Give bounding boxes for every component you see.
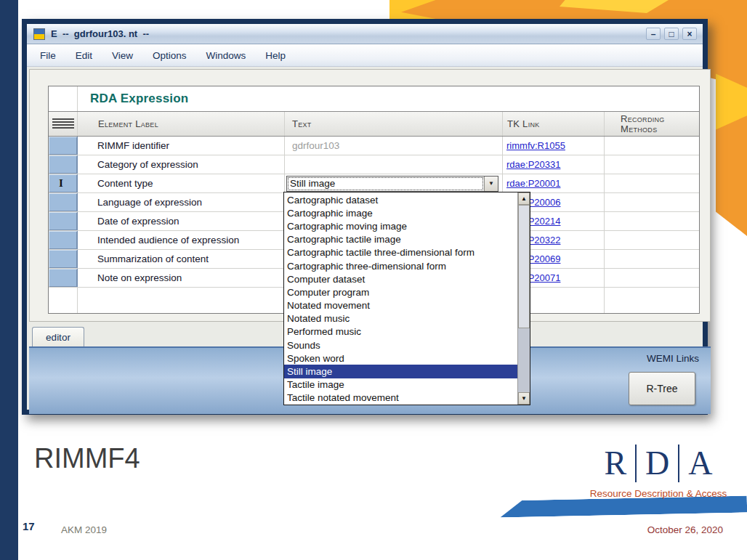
dropdown-item[interactable]: Cartographic moving image [284,219,517,232]
recording-methods-cell [605,250,699,268]
slide-title: RIMMF4 [34,443,140,474]
footer-left: AKM 2019 [61,524,107,535]
dropdown-scrollbar[interactable]: ▲ ▼ [517,192,530,405]
table-row: Category of expression rdae:P20331 [49,155,699,174]
arrow-up-icon: ▲ [521,195,527,202]
dropdown-item[interactable]: Notated music [284,312,517,325]
window-titlebar[interactable]: E -- gdrfour103. nt -- – □ × [27,24,703,44]
column-header-recording-methods: Recording Methods [605,112,699,136]
rda-logo: R D A Resource Description & Access [581,445,735,499]
combobox-dropdown-button[interactable]: ▼ [484,176,498,191]
row-selector[interactable] [49,212,78,230]
presentation-slide: E -- gdrfour103. nt -- – □ × File Edit V… [0,0,747,560]
text-value[interactable]: gdrfour103 [285,137,503,155]
minimize-button[interactable]: – [646,28,661,40]
window-title: E -- gdrfour103. nt -- [51,24,149,44]
logo-letter-d: D [645,447,669,480]
element-label: Category of expression [78,155,285,174]
arrow-down-icon: ▼ [521,395,527,402]
element-label: Date of expression [78,212,285,230]
menu-help[interactable]: Help [265,50,286,61]
app-icon [33,28,45,40]
scroll-down-button[interactable]: ▼ [518,392,530,405]
recording-methods-cell [605,269,699,287]
left-sidebar-stripe [0,0,18,560]
element-label: Intended audience of expression [78,231,285,249]
element-label: Note on expression [78,269,285,287]
menu-options[interactable]: Options [153,50,187,61]
menu-edit[interactable]: Edit [76,50,92,61]
tab-editor[interactable]: editor [32,327,84,346]
dropdown-item[interactable]: Cartographic tactile image [284,233,517,246]
table-corner-cell [49,86,78,111]
dropdown-item[interactable]: Cartographic tactile three-dimensional f… [284,246,517,259]
logo-letter-r: R [604,447,626,480]
rimmf-window: E -- gdrfour103. nt -- – □ × File Edit V… [22,19,708,415]
chevron-down-icon: ▼ [488,180,494,187]
combobox-value[interactable]: Still image [287,176,484,191]
scrollbar-track[interactable] [518,205,530,392]
dropdown-item[interactable]: Performed music [284,325,517,338]
row-selector[interactable] [49,137,78,155]
menu-windows[interactable]: Windows [206,50,246,61]
dropdown-item[interactable]: Tactile notated movement [284,391,517,405]
row-selector[interactable] [49,231,78,249]
dropdown-item[interactable]: Cartographic image [284,206,517,219]
element-label: Content type [78,174,285,192]
slide-page-number: 17 [23,520,35,532]
dropdown-item[interactable]: Cartographic three-dimensional form [284,259,517,272]
dropdown-item[interactable]: Computer program [284,285,517,299]
dropdown-item[interactable]: Cartographic dataset [284,193,517,206]
column-header-text: Text [285,112,503,136]
content-type-combobox[interactable]: Still image ▼ [286,176,498,192]
row-selector[interactable] [49,193,78,211]
logo-letter-a: A [688,447,712,480]
recording-methods-cell [605,212,699,230]
content-type-dropdown-list: Cartographic dataset Cartographic image … [283,192,530,405]
logo-divider [635,445,637,482]
recording-methods-cell [605,193,699,211]
recording-methods-cell [605,155,699,174]
logo-caption: Resource Description & Access [581,488,735,499]
row-selector[interactable]: I [49,174,78,192]
logo-divider [678,445,679,482]
recording-methods-cell [605,174,699,192]
recording-methods-cell [605,137,699,155]
row-selector[interactable] [49,155,78,174]
grip-icon [52,118,74,129]
footer-date: October 26, 2020 [647,524,723,535]
dropdown-item-selected[interactable]: Still image [284,365,517,378]
tk-link[interactable]: rimmfv:R1055 [506,140,565,151]
menu-view[interactable]: View [112,50,133,61]
column-header-element-label: Element Label [78,112,285,136]
dropdown-item[interactable]: Notated movement [284,299,517,312]
wemi-links-label: WEMI Links [647,353,699,364]
menu-bar: File Edit View Options Windows Help [27,44,703,67]
rtree-button[interactable]: R-Tree [629,372,695,405]
element-label: RIMMF identifier [78,137,285,155]
menu-file[interactable]: File [40,50,56,61]
text-value[interactable] [285,155,503,174]
grip-cell[interactable] [49,112,78,136]
tk-link[interactable]: rdae:P20001 [506,178,560,189]
dropdown-item[interactable]: Computer dataset [284,272,517,285]
close-button[interactable]: × [682,28,697,40]
scroll-up-button[interactable]: ▲ [518,192,530,205]
element-label: Summarization of content [78,250,285,268]
recording-methods-cell [605,231,699,249]
maximize-button[interactable]: □ [664,28,679,40]
tk-link[interactable]: rdae:P20331 [506,159,560,170]
dropdown-item[interactable]: Tactile image [284,378,517,391]
dropdown-item[interactable]: Spoken word [284,352,517,365]
element-label: Language of expression [78,193,285,211]
row-selector[interactable] [49,269,78,287]
text-cursor-icon: I [59,177,63,190]
scrollbar-thumb[interactable] [518,205,530,328]
table-row: RIMMF identifier gdrfour103 rimmfv:R1055 [49,137,699,155]
column-header-tk-link: TK Link [503,112,605,136]
table-row: I Content type Still image ▼ rdae:P20001 [49,174,699,193]
table-title: RDA Expression [78,86,699,111]
row-selector[interactable] [49,250,78,268]
dropdown-item[interactable]: Sounds [284,338,517,352]
